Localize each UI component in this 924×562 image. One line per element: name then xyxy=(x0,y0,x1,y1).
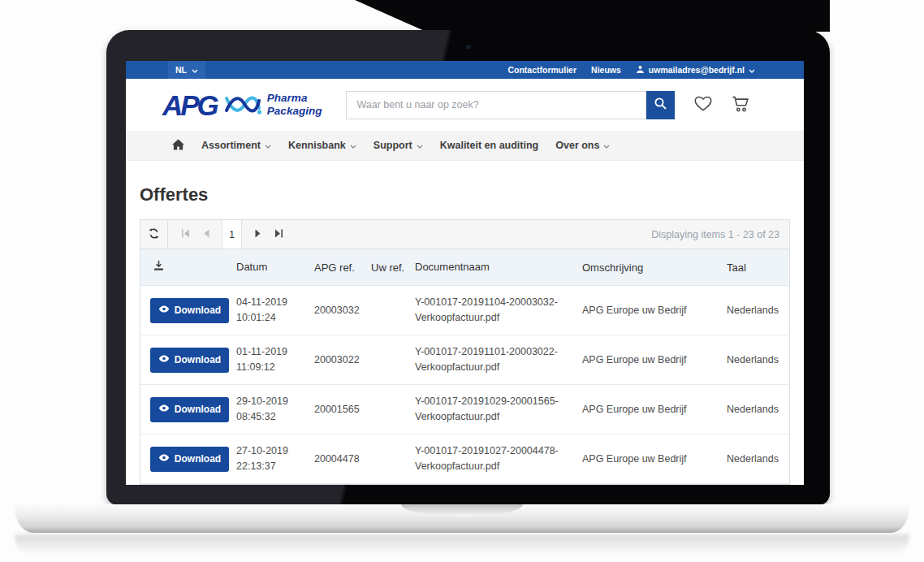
refresh-icon xyxy=(148,227,160,242)
download-column-header xyxy=(140,260,236,275)
cell-apg-ref: 20001565 xyxy=(314,404,371,415)
table-row: Download 04-11-201910:01:24 20003032 Y-0… xyxy=(140,286,789,335)
topbar-link-contactformulier[interactable]: Contactformulier xyxy=(507,65,576,75)
cell-datum: 01-11-201911:09:12 xyxy=(236,344,314,376)
apg-logo[interactable]: APG Pharma Packaging xyxy=(162,91,322,119)
heart-icon xyxy=(693,93,714,116)
logo-tagline: Pharma Packaging xyxy=(267,92,322,117)
page-title: Offertes xyxy=(140,184,790,205)
chevron-down-icon xyxy=(603,140,610,151)
cell-datum: 04-11-201910:01:24 xyxy=(236,295,314,326)
nav-item-support[interactable]: Support xyxy=(373,140,423,151)
cell-taal: Nederlands xyxy=(727,305,788,316)
cell-apg-ref: 20003022 xyxy=(314,354,371,365)
pager-current-page[interactable]: 1 xyxy=(222,220,242,249)
cell-taal: Nederlands xyxy=(727,404,788,415)
laptop-base xyxy=(15,504,909,533)
user-icon xyxy=(636,65,645,76)
pager-status: Displaying items 1 - 23 of 23 xyxy=(651,229,789,240)
cell-omschrijving: APG Europe uw Bedrijf xyxy=(582,453,727,465)
table-row: Download 29-10-201908:45:32 20001565 Y-0… xyxy=(140,385,789,434)
eye-icon xyxy=(158,453,170,465)
chevron-down-icon xyxy=(749,65,755,75)
pager-prev-button[interactable] xyxy=(196,220,217,249)
search-bar xyxy=(346,91,675,119)
nav-item-kwaliteit-en-auditing[interactable]: Kwaliteit en auditing xyxy=(440,140,539,151)
column-header-apg-ref: APG ref. xyxy=(314,262,371,274)
chevron-down-icon xyxy=(350,140,356,151)
backdrop-shadow xyxy=(355,0,830,32)
table-row: Download 27-10-201922:13:37 20004478 Y-0… xyxy=(140,434,789,484)
main-nav: Assortiment Kennisbank Support Kwaliteit… xyxy=(126,131,804,161)
page-next-icon xyxy=(253,229,262,240)
cell-omschrijving: APG Europe uw Bedrijf xyxy=(582,305,727,316)
offertes-grid: 1 Displaying items 1 - 23 of 23 xyxy=(140,219,790,485)
laptop-base-notch xyxy=(401,504,523,517)
download-button[interactable]: Download xyxy=(150,348,229,373)
page-prev-icon xyxy=(202,229,211,240)
cell-documentnaam: Y-001017-20191101-20003022-Verkoopfactuu… xyxy=(415,344,582,376)
cell-omschrijving: APG Europe uw Bedrijf xyxy=(582,404,727,415)
chevron-down-icon xyxy=(192,65,198,75)
download-button[interactable]: Download xyxy=(150,447,229,472)
eye-icon xyxy=(158,404,170,415)
user-account-menu[interactable]: uwmailadres@bedrijf.nl xyxy=(636,65,755,76)
cell-documentnaam: Y-001017-20191029-20001565-Verkoopfactuu… xyxy=(415,394,582,426)
cell-datum: 27-10-201922:13:37 xyxy=(236,443,314,475)
site-header: APG Pharma Packaging xyxy=(126,79,804,131)
nav-item-kennisbank[interactable]: Kennisbank xyxy=(288,140,356,151)
eye-icon xyxy=(158,354,170,365)
cell-datum: 29-10-201908:45:32 xyxy=(236,394,314,426)
chevron-down-icon xyxy=(265,140,271,151)
search-button[interactable] xyxy=(646,91,675,119)
logo-acronym: APG xyxy=(162,91,217,119)
topbar-link-nieuws[interactable]: Nieuws xyxy=(591,65,621,75)
download-button[interactable]: Download xyxy=(150,298,229,323)
laptop-screen-bezel: NL Contactformulier Nieuws uwmailadres@b… xyxy=(106,30,830,505)
language-label: NL xyxy=(175,65,187,75)
eye-icon xyxy=(158,305,170,316)
column-header-uw-ref: Uw ref. xyxy=(371,262,415,274)
user-email: uwmailadres@bedrijf.nl xyxy=(649,65,745,75)
pager-last-button[interactable] xyxy=(268,220,289,249)
cell-documentnaam: Y-001017-20191027-20004478-Verkoopfactuu… xyxy=(415,443,582,475)
language-selector[interactable]: NL xyxy=(168,61,205,79)
laptop-reflection xyxy=(15,534,909,556)
cell-taal: Nederlands xyxy=(727,354,788,365)
browser-screen: NL Contactformulier Nieuws uwmailadres@b… xyxy=(126,61,804,485)
download-button[interactable]: Download xyxy=(150,397,229,422)
chevron-down-icon xyxy=(417,140,423,151)
dna-helix-icon xyxy=(224,93,261,117)
page-last-icon xyxy=(274,229,283,240)
cell-apg-ref: 20003032 xyxy=(314,305,371,316)
page-content: Offertes xyxy=(126,161,804,485)
search-icon xyxy=(654,97,667,113)
search-input[interactable] xyxy=(346,91,646,119)
nav-item-over-ons[interactable]: Over ons xyxy=(555,140,610,151)
cell-apg-ref: 20004478 xyxy=(314,453,371,465)
cart-button[interactable] xyxy=(730,93,752,117)
column-header-documentnaam: Documentnaam xyxy=(415,259,582,275)
cell-documentnaam: Y-001017-20191104-20003032-Verkoopfactuu… xyxy=(415,295,582,326)
cell-omschrijving: APG Europe uw Bedrijf xyxy=(582,354,727,365)
pager-first-button[interactable] xyxy=(175,220,196,249)
home-icon xyxy=(172,139,184,153)
wishlist-button[interactable] xyxy=(693,93,714,116)
table-row: Download 01-11-201911:09:12 20003022 Y-0… xyxy=(140,335,789,385)
cart-icon xyxy=(730,93,752,117)
page-first-icon xyxy=(181,229,190,240)
column-header-datum: Datum xyxy=(236,259,314,275)
download-tray-icon xyxy=(153,262,165,275)
nav-item-assortiment[interactable]: Assortiment xyxy=(201,140,271,151)
grid-toolbar: 1 Displaying items 1 - 23 of 23 xyxy=(140,220,789,249)
column-header-taal: Taal xyxy=(727,262,788,274)
table-header-row: Datum APG ref. Uw ref. Documentnaam Omsc… xyxy=(140,249,789,286)
column-header-omschrijving: Omschrijving xyxy=(582,262,727,274)
webcam-dot xyxy=(466,45,471,50)
cell-taal: Nederlands xyxy=(727,453,788,465)
nav-home[interactable] xyxy=(172,139,184,153)
refresh-button[interactable] xyxy=(140,220,168,249)
pager-next-button[interactable] xyxy=(247,220,268,249)
top-utility-bar: NL Contactformulier Nieuws uwmailadres@b… xyxy=(126,61,804,79)
